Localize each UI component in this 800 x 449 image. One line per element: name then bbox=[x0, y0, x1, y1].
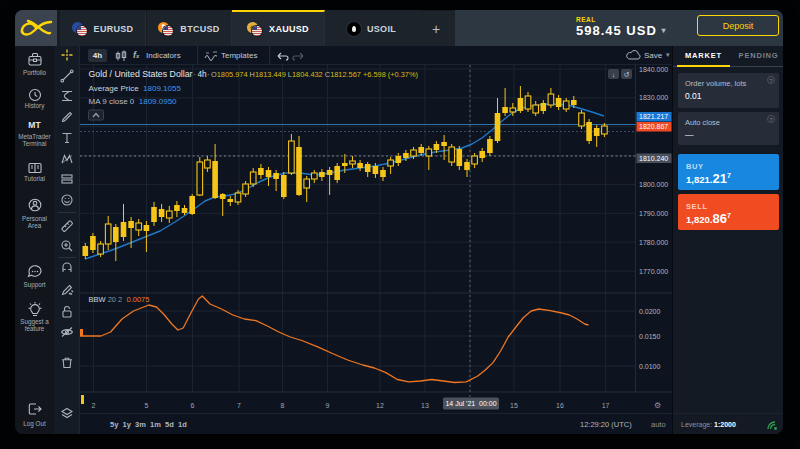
svg-text:14 Jul '21 00:00: 14 Jul '21 00:00 bbox=[445, 400, 496, 407]
svg-text:17: 17 bbox=[602, 402, 610, 409]
svg-text:1800.000: 1800.000 bbox=[639, 181, 668, 188]
svg-text:1820.867: 1820.867 bbox=[639, 123, 668, 130]
svg-text:2: 2 bbox=[92, 402, 96, 409]
svg-text:1821.217: 1821.217 bbox=[639, 113, 668, 120]
svg-text:↓: ↓ bbox=[612, 71, 616, 78]
svg-text:9: 9 bbox=[326, 402, 330, 409]
svg-text:Gold / United States Dollar: Gold / United States Dollar bbox=[89, 69, 193, 79]
svg-text:·: · bbox=[207, 69, 210, 79]
svg-text:1830.000: 1830.000 bbox=[639, 94, 668, 101]
svg-text:↺: ↺ bbox=[624, 71, 630, 78]
svg-text:1840.000: 1840.000 bbox=[639, 66, 668, 73]
svg-text:1780.000: 1780.000 bbox=[639, 239, 668, 246]
svg-text:5: 5 bbox=[145, 402, 149, 409]
svg-text:Average Price 1809.1055: Average Price 1809.1055 bbox=[89, 84, 182, 93]
svg-text:13: 13 bbox=[421, 402, 429, 409]
svg-text:16: 16 bbox=[556, 402, 564, 409]
svg-text:1810.240: 1810.240 bbox=[639, 155, 668, 162]
svg-text:12: 12 bbox=[376, 402, 384, 409]
svg-text:⚙: ⚙ bbox=[654, 401, 661, 410]
svg-text:8: 8 bbox=[281, 402, 285, 409]
svg-text:0.0150: 0.0150 bbox=[639, 333, 661, 340]
svg-text:4h: 4h bbox=[198, 69, 208, 79]
svg-text:BBW 20 2 0.0075: BBW 20 2 0.0075 bbox=[89, 295, 150, 304]
svg-text:MA 9 close 0 1809.0950: MA 9 close 0 1809.0950 bbox=[89, 97, 178, 106]
svg-text:0.0100: 0.0100 bbox=[639, 363, 661, 370]
svg-text:0.0200: 0.0200 bbox=[639, 308, 661, 315]
svg-text:7: 7 bbox=[237, 402, 241, 409]
svg-text:·: · bbox=[193, 69, 196, 79]
svg-text:15: 15 bbox=[510, 402, 518, 409]
svg-text:1770.000: 1770.000 bbox=[639, 268, 668, 275]
svg-text:1790.000: 1790.000 bbox=[639, 210, 668, 217]
svg-text:O1805.974 H1813.449 L1804.432: O1805.974 H1813.449 L1804.432 C1812.567 … bbox=[211, 70, 418, 79]
svg-text:6: 6 bbox=[191, 402, 195, 409]
